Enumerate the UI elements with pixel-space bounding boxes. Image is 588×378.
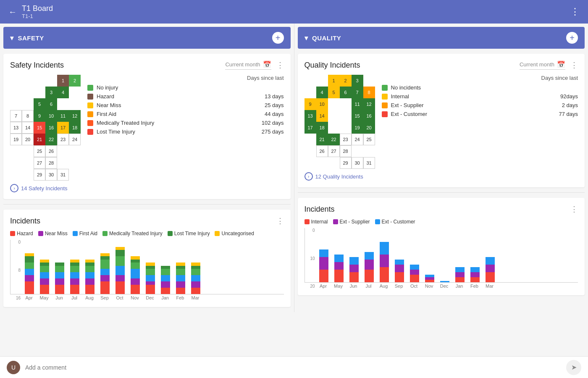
calendar-cell[interactable]: 28 [45,157,57,169]
back-button[interactable]: ← [8,7,17,17]
calendar-cell[interactable]: 20 [363,122,375,134]
calendar-cell[interactable]: 26 [316,145,328,157]
calendar-cell[interactable]: 1 [57,75,69,87]
bar-segment [70,262,79,266]
calendar-cell[interactable]: 21 [34,134,45,145]
calendar-cell [328,98,340,110]
calendar-cell[interactable]: 18 [69,122,81,134]
calendar-cell [340,98,352,110]
calendar-cell[interactable]: 7 [352,87,363,98]
calendar-cell[interactable]: 10 [45,110,57,122]
calendar-cell[interactable]: 18 [316,122,328,134]
safety-section-label: SAFETY [18,34,44,42]
quality-add-button[interactable]: + [566,32,578,44]
bar-segment [116,275,125,281]
calendar-cell[interactable]: 19 [352,122,363,134]
calendar-cell[interactable]: 30 [352,157,363,169]
calendar-cell[interactable]: 25 [34,145,45,157]
bar-segment [55,266,64,272]
calendar-cell[interactable]: 31 [57,169,69,181]
page-title: T1 Board [22,4,53,13]
calendar-cell[interactable]: 19 [10,134,22,145]
calendar-cell[interactable]: 13 [304,110,316,122]
bar-segment [161,266,170,269]
safety-chart-more[interactable]: ⋮ [276,216,284,226]
bar-group [408,265,421,282]
calendar-cell[interactable]: 4 [57,87,69,98]
calendar-cell[interactable]: 29 [340,157,352,169]
calendar-cell[interactable]: 7 [10,110,22,122]
calendar-cell[interactable]: 15 [34,122,45,134]
calendar-cell[interactable]: 9 [304,98,316,110]
calendar-cell[interactable]: 25 [363,134,375,145]
calendar-cell [328,157,340,169]
bar-segment [85,262,94,266]
quality-incidents-more[interactable]: ⋮ [570,60,578,70]
chart-legend-label: Lost Time Injury [174,231,210,236]
calendar-cell[interactable]: 4 [316,87,328,98]
legend-days: 275 days [255,129,284,135]
calendar-cell[interactable]: 5 [34,98,45,110]
calendar-cell[interactable]: 6 [340,87,352,98]
calendar-cell[interactable]: 10 [316,98,328,110]
chart-legend-label: Ext - Customer [382,219,415,225]
calendar-cell[interactable]: 5 [328,87,340,98]
calendar-cell[interactable]: 11 [352,98,363,110]
calendar-cell[interactable]: 30 [45,169,57,181]
calendar-cell[interactable]: 1 [328,75,340,87]
x-axis-label: Jun [53,295,66,300]
calendar-cell[interactable]: 11 [57,110,69,122]
calendar-cell[interactable]: 3 [352,75,363,87]
calendar-cell[interactable]: 12 [363,98,375,110]
calendar-cell[interactable]: 27 [328,145,340,157]
calendar-cell[interactable]: 28 [340,145,352,157]
safety-incidents-link[interactable]: › 14 Safety Incidents [10,184,284,192]
calendar-cell[interactable]: 23 [340,134,352,145]
calendar-cell[interactable]: 3 [45,87,57,98]
safety-add-button[interactable]: + [272,32,284,44]
calendar-cell[interactable]: 26 [45,145,57,157]
calendar-cell[interactable]: 13 [10,122,22,134]
calendar-cell[interactable]: 22 [328,134,340,145]
calendar-cell[interactable]: 15 [352,110,363,122]
calendar-cell[interactable]: 24 [69,134,81,145]
bar-group [174,262,187,294]
calendar-cell[interactable]: 31 [363,157,375,169]
calendar-cell[interactable]: 17 [57,122,69,134]
calendar-cell[interactable]: 24 [352,134,363,145]
calendar-cell[interactable]: 2 [340,75,352,87]
safety-incidents-more[interactable]: ⋮ [276,60,284,70]
calendar-cell[interactable]: 6 [45,98,57,110]
calendar-cell[interactable]: 2 [69,75,81,87]
quality-chart-more[interactable]: ⋮ [570,205,578,214]
x-axis-label: Apr [23,295,35,300]
calendar-cell[interactable]: 21 [316,134,328,145]
quality-chart-area: 20100 AprMayJunJulAugSepOctNovDecJanFebM… [304,228,578,289]
calendar-cell[interactable]: 16 [363,110,375,122]
calendar-cell[interactable]: 22 [45,134,57,145]
bar-segment [176,288,185,294]
calendar-cell[interactable]: 23 [57,134,69,145]
calendar-cell[interactable]: 9 [34,110,45,122]
bar-segment [25,275,34,281]
calendar-cell[interactable]: 12 [69,110,81,122]
safety-filter[interactable]: Current month 📅 [225,60,271,70]
calendar-cell[interactable]: 14 [22,122,34,134]
calendar-cell[interactable]: 29 [34,169,45,181]
quality-section-label: QUALITY [312,34,341,42]
calendar-cell [10,75,22,87]
quality-filter[interactable]: Current month 📅 [520,60,565,70]
bar-segment [319,249,328,257]
legend-color-swatch [87,111,93,117]
calendar-cell[interactable]: 14 [316,110,328,122]
calendar-cell[interactable]: 8 [22,110,34,122]
calendar-row: 789101112 [10,110,81,122]
quality-incidents-link[interactable]: › 12 Quality Incidents [304,172,578,181]
calendar-cell[interactable]: 20 [22,134,34,145]
calendar-cell[interactable]: 16 [45,122,57,134]
calendar-cell[interactable]: 27 [34,157,45,169]
legend-label: Lost Time Injury [97,129,135,135]
header-more-button[interactable]: ⋮ [570,6,580,17]
calendar-cell[interactable]: 17 [304,122,316,134]
calendar-cell[interactable]: 8 [363,87,375,98]
